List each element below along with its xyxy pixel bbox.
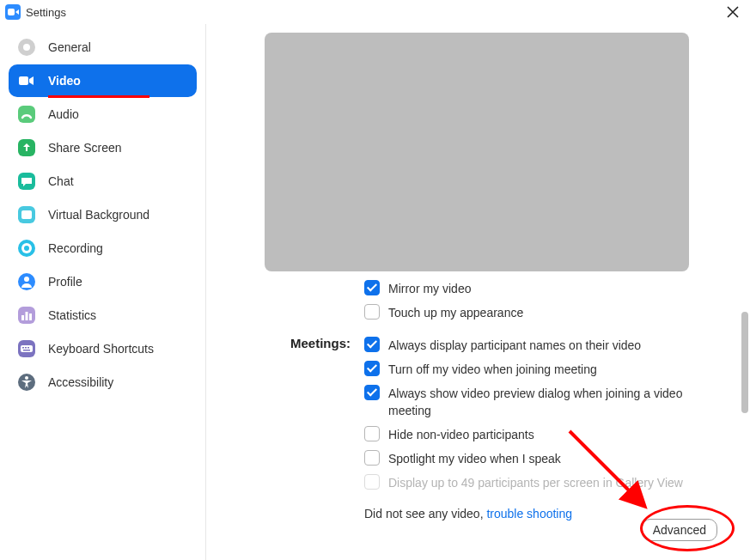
svg-point-12: [24, 277, 29, 282]
titlebar-left: Settings: [5, 4, 66, 20]
svg-rect-3: [18, 106, 35, 123]
keyboard-icon: [17, 339, 36, 358]
sidebar-item-label: Profile: [48, 275, 82, 289]
checkbox-mirror-video[interactable]: [364, 280, 380, 295]
accessibility-icon: [17, 373, 36, 392]
close-icon: [727, 6, 739, 18]
svg-point-10: [24, 246, 29, 251]
help-text: Did not see any video,: [364, 507, 486, 520]
svg-rect-22: [23, 350, 30, 351]
options-group-camera: Mirror my video Touch up my appearance: [223, 280, 716, 321]
troubleshooting-link[interactable]: trouble shooting: [486, 507, 572, 520]
audio-icon: [17, 105, 36, 124]
scrollbar[interactable]: [740, 24, 750, 560]
option-label: Turn off my video when joining meeting: [388, 361, 597, 378]
checkbox-gallery-49: [364, 474, 380, 490]
statistics-icon: [17, 306, 36, 325]
sidebar-item-share-screen[interactable]: Share Screen: [9, 131, 197, 164]
option-label: Mirror my video: [388, 280, 471, 297]
sidebar-item-label: Audio: [48, 107, 79, 121]
option-mirror-video: Mirror my video: [364, 280, 716, 297]
svg-rect-7: [21, 210, 32, 219]
option-show-preview: Always show video preview dialog when jo…: [364, 385, 716, 419]
checkbox-show-preview[interactable]: [364, 385, 380, 400]
svg-rect-21: [27, 347, 29, 349]
help-row: Did not see any video, trouble shooting: [364, 498, 716, 520]
share-screen-icon: [17, 138, 36, 157]
option-display-names: Always display participant names on thei…: [364, 337, 716, 354]
virtual-background-icon: [17, 205, 36, 224]
svg-rect-20: [25, 347, 27, 349]
window-title: Settings: [26, 6, 66, 19]
option-label: Spotlight my video when I speak: [388, 450, 561, 467]
svg-point-24: [25, 376, 28, 380]
option-turn-off-video: Turn off my video when joining meeting: [364, 361, 716, 378]
option-gallery-49: Display up to 49 participants per screen…: [364, 474, 716, 491]
titlebar: Settings: [0, 0, 750, 24]
checkbox-turn-off-video[interactable]: [364, 361, 380, 376]
meetings-heading: Meetings:: [290, 336, 351, 350]
sidebar-item-label: Video: [48, 74, 81, 88]
container: General Video Audio Share Screen: [0, 24, 750, 560]
sidebar-item-virtual-background[interactable]: Virtual Background: [9, 198, 197, 231]
svg-rect-19: [22, 347, 24, 349]
svg-rect-2: [19, 76, 28, 85]
sidebar-item-label: Keyboard Shortcuts: [48, 342, 154, 356]
content: Mirror my video Touch up my appearance M…: [206, 24, 750, 529]
sidebar-item-video[interactable]: Video: [9, 64, 197, 97]
sidebar-item-general[interactable]: General: [9, 31, 197, 64]
options-group-meetings: Always display participant names on thei…: [223, 337, 716, 520]
meetings-section: Meetings: Always display participant nam…: [223, 328, 716, 520]
advanced-button[interactable]: Advanced: [642, 519, 717, 541]
option-label: Always display participant names on thei…: [388, 337, 641, 354]
sidebar-item-label: Virtual Background: [48, 208, 149, 222]
option-label: Touch up my appearance: [388, 304, 523, 321]
sidebar: General Video Audio Share Screen: [0, 24, 206, 560]
checkbox-touch-up[interactable]: [364, 304, 380, 320]
zoom-app-icon: [5, 4, 21, 20]
sidebar-item-chat[interactable]: Chat: [9, 165, 197, 198]
checkbox-hide-nonvideo[interactable]: [364, 426, 380, 441]
chat-icon: [17, 172, 36, 191]
gear-icon: [17, 38, 36, 57]
sidebar-item-accessibility[interactable]: Accessibility: [9, 366, 197, 399]
sidebar-item-label: Chat: [48, 174, 74, 188]
close-button[interactable]: [724, 3, 741, 21]
sidebar-item-label: Statistics: [48, 308, 96, 322]
video-icon: [17, 71, 36, 90]
svg-point-1: [23, 44, 30, 51]
profile-icon: [17, 272, 36, 291]
main-panel: Mirror my video Touch up my appearance M…: [206, 24, 750, 560]
option-label: Display up to 49 participants per screen…: [388, 474, 683, 491]
option-spotlight: Spotlight my video when I speak: [364, 450, 716, 467]
option-touch-up: Touch up my appearance: [364, 304, 716, 321]
recording-icon: [17, 239, 36, 258]
checkbox-spotlight[interactable]: [364, 450, 380, 466]
sidebar-item-statistics[interactable]: Statistics: [9, 299, 197, 332]
sidebar-item-label: Recording: [48, 241, 103, 255]
option-label: Hide non-video participants: [388, 426, 534, 443]
svg-rect-16: [29, 313, 32, 320]
svg-rect-18: [21, 345, 33, 352]
sidebar-item-label: General: [48, 40, 91, 54]
sidebar-item-profile[interactable]: Profile: [9, 265, 197, 298]
option-hide-nonvideo: Hide non-video participants: [364, 426, 716, 443]
sidebar-item-label: Share Screen: [48, 141, 122, 155]
sidebar-item-audio[interactable]: Audio: [9, 98, 197, 131]
checkbox-display-names[interactable]: [364, 337, 380, 352]
svg-rect-14: [21, 315, 24, 320]
scrollbar-thumb[interactable]: [741, 312, 748, 413]
sidebar-item-keyboard-shortcuts[interactable]: Keyboard Shortcuts: [9, 332, 197, 365]
svg-rect-15: [26, 312, 28, 320]
video-preview: [265, 33, 689, 271]
option-label: Always show video preview dialog when jo…: [388, 385, 716, 419]
sidebar-item-label: Accessibility: [48, 375, 113, 389]
sidebar-item-recording[interactable]: Recording: [9, 232, 197, 265]
